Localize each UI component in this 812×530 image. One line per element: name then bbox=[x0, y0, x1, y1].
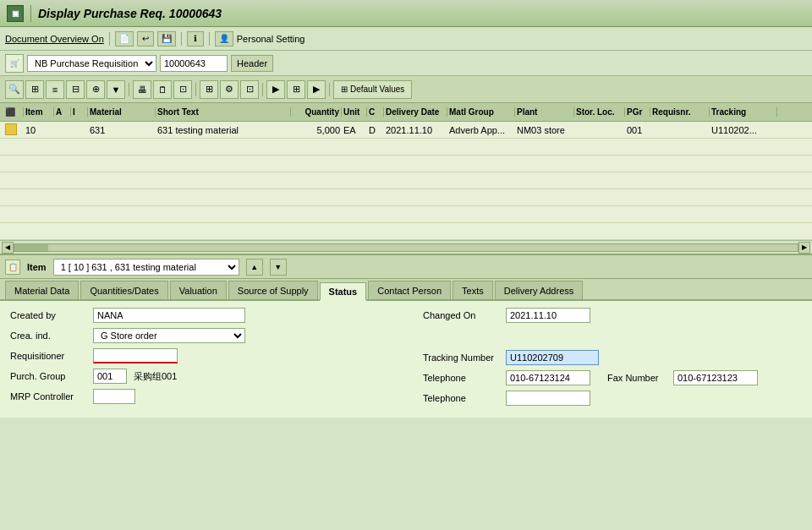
requisitioner-input[interactable] bbox=[93, 348, 178, 363]
table-btn[interactable]: ⊞ bbox=[200, 80, 218, 99]
sep-icons-4 bbox=[329, 83, 330, 96]
tab-quantities-dates[interactable]: Quantities/Dates bbox=[80, 281, 167, 299]
doc-type-select[interactable]: NB Purchase Requisition bbox=[27, 55, 156, 72]
fax-number-input[interactable] bbox=[673, 370, 758, 385]
col-header-qty: Quantity bbox=[291, 107, 342, 117]
table-row-empty6 bbox=[0, 223, 812, 240]
col-header-a: A bbox=[54, 107, 71, 117]
nav-btn[interactable]: ▶ bbox=[266, 80, 285, 99]
table-wrapper: ⬛ Item A I Material Short Text Quantity … bbox=[0, 103, 812, 254]
title-bar: ▣ Display Purchase Req. 10000643 bbox=[0, 0, 812, 27]
form-right-col: Changed On Tracking Number Telephone Fax… bbox=[423, 308, 802, 411]
tab-material-data[interactable]: Material Data bbox=[5, 281, 79, 299]
menu-toolbar: Document Overview On 📄 ↩ 💾 ℹ 👤 Personal … bbox=[0, 27, 812, 51]
tracking-number-row: Tracking Number bbox=[423, 350, 802, 365]
tracking-number-input[interactable] bbox=[506, 350, 599, 365]
nav3-btn[interactable]: ▶ bbox=[307, 80, 326, 99]
multi-btn[interactable]: ⊡ bbox=[240, 80, 259, 99]
requisitioner-label: Requisitioner bbox=[10, 351, 86, 361]
save-btn[interactable]: 💾 bbox=[157, 31, 176, 46]
changed-on-row: Changed On bbox=[423, 308, 802, 323]
doc-number-input[interactable] bbox=[160, 55, 228, 72]
user-btn[interactable]: 👤 bbox=[215, 31, 233, 46]
col-header-c: C bbox=[367, 107, 384, 117]
form-left-col: Created by Crea. ind. G Store order Requ… bbox=[10, 308, 389, 411]
table-content: 10 631 631 testing material 5,000 EA D 2… bbox=[0, 122, 812, 240]
default-values-icon: ⊞ bbox=[341, 85, 348, 94]
col-header-pgr: PGr bbox=[625, 107, 650, 117]
mrp-controller-row: MRP Controller bbox=[10, 389, 389, 404]
doc-bar: 🛒 NB Purchase Requisition Header bbox=[0, 51, 812, 76]
cell-c: D bbox=[367, 125, 384, 135]
crea-ind-select[interactable]: G Store order bbox=[93, 328, 245, 343]
changed-on-input[interactable] bbox=[506, 308, 590, 323]
table-row-empty2 bbox=[0, 156, 812, 172]
config-btn[interactable]: ⚙ bbox=[220, 80, 239, 99]
created-by-row: Created by bbox=[10, 308, 389, 323]
table-row-empty bbox=[0, 139, 812, 156]
tab-texts[interactable]: Texts bbox=[453, 281, 493, 299]
cell-unit: EA bbox=[342, 125, 367, 135]
info-btn[interactable]: ℹ bbox=[187, 31, 204, 46]
filter2-btn[interactable]: ▼ bbox=[107, 80, 125, 99]
telephone1-row: Telephone Fax Number bbox=[423, 370, 802, 385]
requisitioner-row: Requisitioner bbox=[10, 348, 389, 363]
col-header-storloc: Stor. Loc. bbox=[574, 107, 625, 117]
copy-btn[interactable]: ⊡ bbox=[173, 80, 192, 99]
doc-overview-label[interactable]: Document Overview On bbox=[5, 34, 104, 44]
personal-setting-label[interactable]: Personal Setting bbox=[237, 34, 305, 44]
tab-delivery-address[interactable]: Delivery Address bbox=[495, 281, 584, 299]
purch-group-code-input[interactable] bbox=[93, 369, 127, 384]
sep-icons-3 bbox=[262, 83, 263, 96]
col-header-plant: Plant bbox=[515, 107, 574, 117]
header-btn[interactable]: Header bbox=[231, 55, 273, 72]
scroll-right-btn[interactable]: ▶ bbox=[798, 242, 810, 254]
col-header-st: ⬛ bbox=[3, 107, 24, 117]
separator-3 bbox=[209, 32, 210, 46]
tab-valuation[interactable]: Valuation bbox=[170, 281, 227, 299]
col-header-item: Item bbox=[24, 107, 54, 117]
item-section: 📋 Item 1 [ 10 ] 631 , 631 testing materi… bbox=[0, 254, 812, 418]
form-spacer bbox=[423, 328, 802, 350]
cell-pgr: 001 bbox=[625, 125, 650, 135]
scroll-left-btn[interactable]: ◀ bbox=[2, 242, 14, 254]
cell-qty: 5,000 bbox=[291, 125, 342, 135]
nav2-btn[interactable]: ⊞ bbox=[287, 80, 305, 99]
cols-btn[interactable]: ⊟ bbox=[66, 80, 85, 99]
table-row[interactable]: 10 631 631 testing material 5,000 EA D 2… bbox=[0, 122, 812, 139]
cell-material: 631 bbox=[88, 125, 156, 135]
cell-shorttext: 631 testing material bbox=[156, 125, 291, 135]
tab-status[interactable]: Status bbox=[320, 282, 367, 301]
item-nav-up-btn[interactable]: ▲ bbox=[246, 259, 263, 276]
purch-group-row: Purch. Group 采购组001 bbox=[10, 369, 389, 384]
form-area: Created by Crea. ind. G Store order Requ… bbox=[0, 301, 812, 418]
item-nav-down-btn[interactable]: ▼ bbox=[270, 259, 287, 276]
telephone2-input[interactable] bbox=[506, 391, 590, 406]
expand-btn[interactable]: ⊕ bbox=[86, 80, 105, 99]
tab-contact-person[interactable]: Contact Person bbox=[368, 281, 451, 299]
default-values-btn[interactable]: ⊞ Default Values bbox=[333, 80, 412, 99]
purch-group-name: 采购组001 bbox=[134, 370, 177, 383]
col-header-reqnr: Requisnr. bbox=[650, 107, 710, 117]
mrp-controller-input[interactable] bbox=[93, 389, 135, 404]
sort-btn[interactable]: ≡ bbox=[46, 80, 64, 99]
telephone1-input[interactable] bbox=[506, 370, 590, 385]
sep-icons-2 bbox=[195, 83, 196, 96]
tab-source-of-supply[interactable]: Source of Supply bbox=[228, 281, 318, 299]
scroll-track[interactable] bbox=[14, 243, 798, 252]
col-header-i: I bbox=[71, 107, 88, 117]
fax-number-label: Fax Number bbox=[607, 373, 667, 383]
print2-btn[interactable]: 🗒 bbox=[153, 80, 172, 99]
col-header-shorttext: Short Text bbox=[156, 107, 291, 117]
item-header: 📋 Item 1 [ 10 ] 631 , 631 testing materi… bbox=[0, 255, 812, 279]
new-doc-btn[interactable]: 📄 bbox=[115, 31, 134, 46]
mrp-controller-label: MRP Controller bbox=[10, 391, 86, 402]
item-dropdown[interactable]: 1 [ 10 ] 631 , 631 testing material bbox=[53, 259, 239, 276]
filter-btn[interactable]: ⊞ bbox=[25, 80, 44, 99]
search-btn[interactable]: 🔍 bbox=[5, 80, 24, 99]
print-btn[interactable]: 🖶 bbox=[133, 80, 151, 99]
h-scrollbar[interactable]: ◀ ▶ bbox=[0, 240, 812, 254]
tracking-number-label: Tracking Number bbox=[423, 352, 499, 363]
created-by-input[interactable] bbox=[93, 308, 245, 323]
back-btn[interactable]: ↩ bbox=[137, 31, 154, 46]
